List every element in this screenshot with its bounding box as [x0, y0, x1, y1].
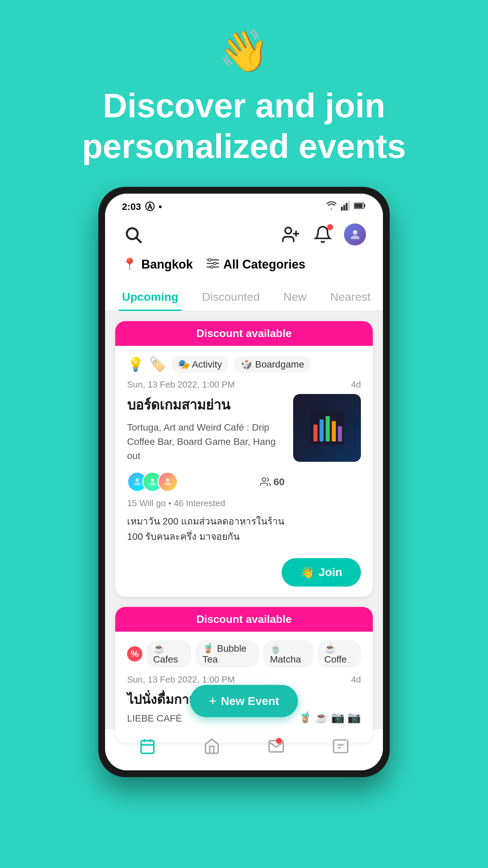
filter-icon	[206, 257, 219, 272]
phone-screen: 2:03 Ⓐ •	[105, 194, 383, 770]
svg-rect-33	[333, 740, 348, 753]
new-event-button[interactable]: + New Event	[190, 685, 298, 717]
svg-rect-27	[332, 421, 336, 441]
location-selector[interactable]: 📍 Bangkok	[122, 257, 193, 272]
svg-point-20	[151, 478, 154, 482]
svg-rect-3	[348, 201, 350, 211]
boardgame-tag[interactable]: 🎲 Boardgame	[234, 356, 311, 373]
location-bar: 📍 Bangkok All Categories	[105, 254, 383, 280]
tab-nearest[interactable]: Nearest	[327, 285, 374, 310]
discount-banner-1: Discount available	[115, 321, 373, 346]
svg-point-12	[353, 230, 357, 234]
calendar-icon	[139, 738, 156, 758]
participants-row-1: 60	[127, 472, 285, 492]
discount-banner-2: Discount available	[115, 607, 373, 632]
wave-emoji: 👋	[219, 27, 269, 75]
will-go-text: 15 Will go • 46 Interested	[127, 498, 285, 509]
coffee-tag[interactable]: ☕ Coffe	[318, 640, 361, 668]
svg-rect-6	[354, 203, 363, 208]
event-image-1	[293, 394, 361, 462]
cafes-tag[interactable]: ☕ Cafes	[146, 640, 191, 668]
location-pin-icon: 📍	[122, 257, 137, 272]
participant-avatars	[127, 472, 178, 492]
svg-point-9	[285, 228, 291, 234]
battery-icon	[354, 201, 366, 213]
svg-point-18	[210, 266, 213, 269]
top-nav	[105, 217, 383, 254]
event-days-2: 4d	[351, 674, 361, 685]
event-card-1: Discount available 💡 🏷️ 🎭 Activity 🎲 Boa…	[115, 321, 373, 597]
svg-rect-0	[341, 206, 343, 210]
join-emoji: 👋	[300, 566, 314, 579]
event-days-1: 4d	[351, 379, 361, 390]
join-button[interactable]: 👋 Join	[282, 558, 361, 587]
category-tags-1: 💡 🏷️ 🎭 Activity 🎲 Boardgame	[127, 356, 361, 373]
svg-point-22	[262, 478, 266, 481]
add-friend-button[interactable]	[280, 223, 302, 245]
svg-rect-28	[338, 426, 342, 441]
svg-point-19	[136, 478, 139, 482]
event-card-2: Discount available % ☕ Cafes 🧋 Bubble Te…	[115, 607, 373, 743]
svg-rect-5	[364, 204, 365, 208]
svg-point-17	[214, 262, 216, 265]
svg-rect-29	[141, 741, 154, 753]
plus-icon: +	[209, 693, 217, 709]
location-text: Bangkok	[141, 257, 193, 272]
emoji-badge-2: 🏷️	[149, 356, 166, 372]
wifi-icon	[325, 201, 338, 213]
avatar-3	[158, 472, 178, 492]
card2-emojis: 🧋☕📷📷	[299, 711, 361, 724]
svg-rect-25	[320, 419, 324, 441]
event-location-2: LIEBE CAFÉ	[127, 713, 204, 724]
svg-rect-24	[313, 425, 318, 441]
hero-title: Discover and join personalized events	[55, 85, 433, 166]
message-badge	[276, 738, 282, 744]
store-icon	[203, 738, 220, 758]
card2-tags: % ☕ Cafes 🧋 Bubble Tea 🍵 Matcha ☕ Coffe	[127, 640, 361, 668]
event-location-1: Tortuga, Art and Weird Café : Drip Coffe…	[127, 420, 285, 463]
emoji-badge-1: 💡	[127, 356, 144, 372]
signal-icon	[341, 201, 350, 213]
search-button[interactable]	[122, 223, 144, 245]
svg-rect-1	[343, 205, 345, 211]
phone-mockup: 2:03 Ⓐ •	[98, 187, 390, 777]
join-label: Join	[319, 566, 342, 579]
hero-section: 👋 Discover and join personalized events	[55, 0, 433, 187]
status-time: 2:03	[122, 201, 141, 212]
event-title-1: บอร์ดเกมสามย่าน	[127, 394, 285, 416]
matcha-tag[interactable]: 🍵 Matcha	[263, 640, 313, 668]
category-filter[interactable]: All Categories	[206, 257, 305, 272]
tab-discounted[interactable]: Discounted	[199, 285, 263, 310]
profile-nav-icon	[332, 738, 349, 758]
status-bar: 2:03 Ⓐ •	[105, 194, 383, 217]
status-dot: •	[159, 201, 162, 212]
nav-profile[interactable]	[332, 738, 349, 758]
new-event-label: New Event	[221, 694, 279, 708]
event-meta-1: Sun, 13 Feb 2022, 1:00 PM 4d	[127, 379, 361, 390]
svg-point-16	[208, 259, 211, 261]
discount-description: เหมาวัน 200 แถมส่วนลดอาหารในร้าน 100 รับ…	[127, 514, 285, 545]
svg-rect-2	[346, 203, 348, 210]
status-icon: Ⓐ	[145, 200, 155, 213]
participant-count: 60	[260, 476, 285, 488]
svg-rect-26	[326, 416, 330, 441]
nav-events[interactable]	[139, 738, 156, 758]
notification-button[interactable]	[312, 223, 334, 245]
event-date-1: Sun, 13 Feb 2022, 1:00 PM	[127, 379, 235, 390]
event-date-2: Sun, 13 Feb 2022, 1:00 PM	[127, 674, 235, 685]
activity-tag[interactable]: 🎭 Activity	[171, 356, 229, 373]
tab-new[interactable]: New	[280, 285, 310, 310]
tabs-container: Upcoming Discounted New Nearest	[105, 280, 383, 311]
notification-badge	[327, 224, 333, 230]
svg-line-8	[137, 238, 141, 242]
event-meta-2: Sun, 13 Feb 2022, 1:00 PM 4d	[127, 674, 361, 685]
tab-upcoming[interactable]: Upcoming	[119, 285, 182, 310]
categories-text: All Categories	[223, 257, 305, 272]
bubbletea-tag[interactable]: 🧋 Bubble Tea	[196, 640, 259, 668]
profile-avatar[interactable]	[344, 223, 366, 245]
svg-point-21	[166, 478, 169, 482]
nav-messages[interactable]	[268, 738, 285, 758]
discount-percent-badge: %	[127, 646, 142, 662]
nav-store[interactable]	[203, 738, 220, 758]
